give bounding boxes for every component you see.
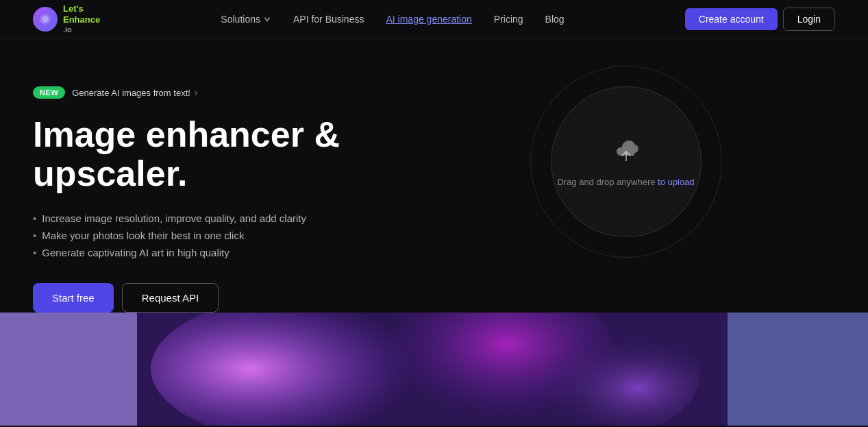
upload-outer-circle: Drag and drop anywhere to upload	[530, 66, 722, 258]
request-api-button[interactable]: Request API	[122, 283, 219, 313]
logo-icon	[33, 7, 58, 32]
nav-pricing[interactable]: Pricing	[494, 14, 523, 25]
upload-cloud-icon	[611, 136, 641, 167]
hero-bullets: Increase image resolution, improve quali…	[33, 212, 417, 258]
logo-text: Let's Enhance .io	[63, 3, 100, 34]
start-free-button[interactable]: Start free	[33, 283, 114, 313]
svg-point-1	[42, 16, 49, 23]
nav-blog[interactable]: Blog	[545, 14, 565, 25]
hero-upload-area: Drag and drop anywhere to upload	[417, 80, 835, 258]
bottom-showcase	[0, 313, 868, 426]
badge-arrow-icon: ›	[195, 87, 198, 98]
badge-text[interactable]: Generate AI images from text! ›	[72, 87, 197, 98]
hero-title: Image enhancer & upscaler.	[33, 115, 417, 193]
nav-solutions[interactable]: Solutions	[221, 14, 271, 25]
nav-ai-image-gen[interactable]: AI image generation	[386, 14, 471, 25]
badge-row: NEW Generate AI images from text! ›	[33, 86, 417, 99]
logo[interactable]: Let's Enhance .io	[33, 3, 100, 34]
hero-cta: Start free Request API	[33, 283, 417, 313]
upload-dropzone[interactable]: Drag and drop anywhere to upload	[551, 86, 702, 237]
nav-links: Solutions API for Business AI image gene…	[221, 14, 564, 25]
upload-link[interactable]: to upload	[658, 177, 695, 187]
bullet-1: Increase image resolution, improve quali…	[33, 212, 417, 224]
bottom-image-preview	[137, 313, 728, 426]
create-account-button[interactable]: Create account	[685, 8, 778, 30]
nav-actions: Create account Login	[685, 8, 835, 31]
upload-label: Drag and drop anywhere to upload	[557, 177, 694, 187]
navbar: Let's Enhance .io Solutions API for Busi…	[0, 0, 868, 38]
nav-api-business[interactable]: API for Business	[293, 14, 364, 25]
bottom-right-color	[728, 313, 868, 426]
hero-content: NEW Generate AI images from text! › Imag…	[33, 80, 417, 313]
svg-point-5	[453, 313, 700, 426]
hero-section: NEW Generate AI images from text! › Imag…	[0, 38, 868, 313]
new-badge: NEW	[33, 86, 65, 99]
bullet-3: Generate captivating AI art in high qual…	[33, 247, 417, 258]
bullet-2: Make your photos look their best in one …	[33, 230, 417, 241]
login-button[interactable]: Login	[783, 8, 835, 31]
bottom-left-color	[0, 313, 137, 426]
